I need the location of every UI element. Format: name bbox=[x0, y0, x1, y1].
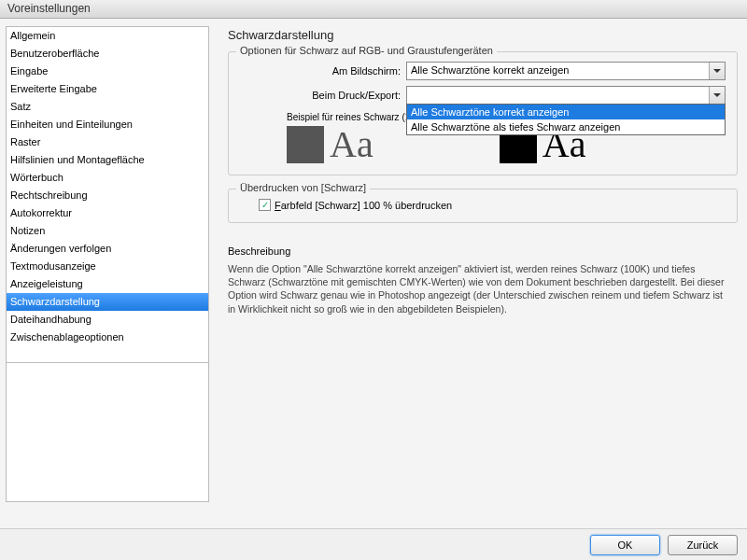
ok-button[interactable]: OK bbox=[590, 535, 660, 555]
print-label: Beim Druck/Export: bbox=[240, 90, 406, 101]
sidebar-item[interactable]: Satz bbox=[7, 98, 208, 116]
overprint-legend: Überdrucken von [Schwarz] bbox=[236, 182, 370, 193]
sidebar-item[interactable]: Autokorrektur bbox=[7, 204, 208, 222]
sidebar-item[interactable]: Erweiterte Eingabe bbox=[7, 80, 208, 98]
print-dropdown[interactable]: Alle Schwarztöne korrekt anzeigenAlle Sc… bbox=[406, 104, 726, 135]
sidebar-item[interactable]: Änderungen verfolgen bbox=[7, 240, 208, 258]
pure-black-swatch bbox=[287, 126, 324, 163]
overprint-group: Überdrucken von [Schwarz] ✓ Farbfeld [Sc… bbox=[228, 189, 738, 223]
main-panel: Schwarzdarstellung Optionen für Schwarz … bbox=[215, 19, 747, 541]
titlebar: Voreinstellungen bbox=[0, 0, 747, 19]
bottom-bar: OK Zurück bbox=[0, 528, 747, 560]
page-title: Schwarzdarstellung bbox=[228, 28, 738, 42]
sidebar-item[interactable]: Hilfslinien und Montagefläche bbox=[7, 151, 208, 169]
sidebar-item[interactable]: Rechtschreibung bbox=[7, 187, 208, 204]
preview-box bbox=[6, 362, 209, 502]
category-list[interactable]: AllgemeinBenutzeroberflächeEingabeErweit… bbox=[6, 26, 209, 362]
sidebar-item[interactable]: Anzeigeleistung bbox=[7, 275, 208, 293]
overprint-checkbox-label: Farbfeld [Schwarz] 100 % überdrucken bbox=[275, 200, 452, 211]
sidebar-item[interactable]: Schwarzdarstellung bbox=[7, 293, 208, 311]
pure-black-sample: Aa bbox=[330, 126, 374, 163]
dropdown-option[interactable]: Alle Schwarztöne korrekt anzeigen bbox=[407, 105, 725, 119]
description-group: Beschreibung Wenn die Option "Alle Schwa… bbox=[228, 236, 738, 327]
overprint-checkbox[interactable]: ✓ bbox=[259, 199, 271, 211]
sidebar-item[interactable]: Eingabe bbox=[7, 63, 208, 80]
sidebar-item[interactable]: Textmodusanzeige bbox=[7, 258, 208, 275]
description-legend: Beschreibung bbox=[228, 245, 726, 257]
print-select[interactable]: Alle Schwarztöne korrekt anzeigenAlle Sc… bbox=[406, 86, 726, 105]
back-button[interactable]: Zurück bbox=[668, 535, 738, 555]
sidebar-item[interactable]: Zwischenablageoptionen bbox=[7, 329, 208, 346]
options-legend: Optionen für Schwarz auf RGB- und Graust… bbox=[236, 45, 497, 56]
screen-select[interactable]: Alle Schwarztöne korrekt anzeigen bbox=[406, 62, 726, 80]
chevron-down-icon[interactable] bbox=[709, 87, 725, 104]
sidebar-item[interactable]: Dateihandhabung bbox=[7, 311, 208, 329]
sidebar: AllgemeinBenutzeroberflächeEingabeErweit… bbox=[0, 19, 215, 541]
screen-label: Am Bildschirm: bbox=[240, 65, 406, 77]
sidebar-item[interactable]: Allgemein bbox=[7, 27, 208, 45]
options-group: Optionen für Schwarz auf RGB- und Graust… bbox=[228, 51, 738, 175]
chevron-down-icon[interactable] bbox=[709, 63, 725, 79]
dropdown-option[interactable]: Alle Schwarztöne als tiefes Schwarz anze… bbox=[407, 119, 725, 134]
content-area: AllgemeinBenutzeroberflächeEingabeErweit… bbox=[0, 19, 747, 541]
sidebar-item[interactable]: Raster bbox=[7, 133, 208, 151]
screen-select-value: Alle Schwarztöne korrekt anzeigen bbox=[411, 64, 569, 76]
sidebar-item[interactable]: Wörterbuch bbox=[7, 169, 208, 187]
sidebar-item[interactable]: Benutzeroberfläche bbox=[7, 45, 208, 63]
sidebar-item[interactable]: Einheiten und Einteilungen bbox=[7, 116, 208, 133]
window-title: Voreinstellungen bbox=[7, 2, 91, 15]
description-text: Wenn die Option "Alle Schwarztöne korrek… bbox=[228, 262, 726, 315]
sidebar-item[interactable]: Notizen bbox=[7, 222, 208, 240]
